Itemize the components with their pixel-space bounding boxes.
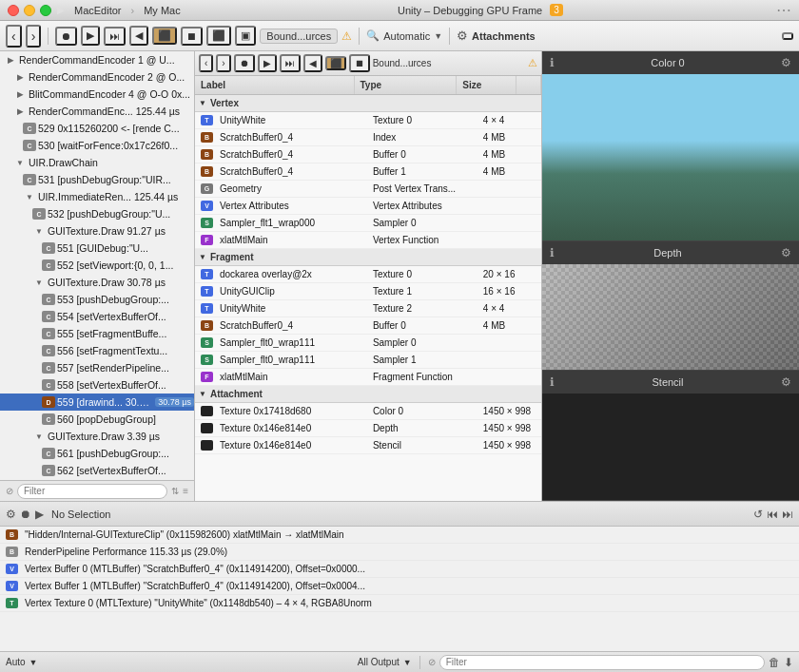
table-row-0-7[interactable]: FxlatMtlMainVertex Function [195,232,541,249]
table-row-2-0[interactable]: Texture 0x17418d680Color 01450 × 998 [195,403,541,420]
mid-play[interactable]: ▶ [258,54,277,72]
tree-item-3[interactable]: ▶RenderCommandEnc... 125.44 µs [0,103,194,120]
table-row-1-4[interactable]: SSampler_flt0_wrap111Sampler 0 [195,335,541,352]
log-item-3[interactable]: VVertex Buffer 1 (MTLBuffer) "ScratchBuf… [0,578,799,595]
log-item-2[interactable]: VVertex Buffer 0 (MTLBuffer) "ScratchBuf… [0,561,799,578]
toolbar-action2[interactable]: ▣ [235,26,256,46]
toolbar-nav-back[interactable]: ‹ [6,25,22,48]
play-icon[interactable]: ▶ [57,5,65,15]
settings-icon-stencil[interactable]: ⚙ [781,375,791,389]
bottom-trash-icon[interactable]: 🗑 [769,656,780,669]
toolbar-stop[interactable]: ⏹ [181,27,203,46]
left-filter-input[interactable] [17,484,167,499]
tree-item-18[interactable]: C557 [setRenderPipeline... [0,359,194,376]
settings-icon-depth[interactable]: ⚙ [781,246,791,259]
tree-item-15[interactable]: C554 [setVertexBufferOf... [0,308,194,325]
info-icon-depth[interactable]: ℹ [550,246,555,259]
table-row-1-6[interactable]: FxlatMtlMainFragment Function [195,369,541,386]
table-row-0-1[interactable]: BScratchBuffer0_4Index4 MB [195,129,541,146]
table-row-1-1[interactable]: TUnityGUIClipTexture 116 × 16 [195,283,541,300]
table-row-0-5[interactable]: VVertex AttributesVertex Attributes [195,198,541,215]
bottom-skip-back[interactable]: ⏮ [767,508,778,521]
tree-item-14[interactable]: C553 [pushDebugGroup:... [0,291,194,308]
mid-backward[interactable]: ◀ [303,54,322,72]
bottom-icon3[interactable]: ▶ [35,508,44,521]
bottom-icon2[interactable]: ⏺ [20,508,31,521]
tree-item-0[interactable]: ▶RenderCommandEncoder 1 @ U... [0,51,194,68]
tree-item-13[interactable]: ▼GUITexture.Draw 30.78 µs [0,274,194,291]
log-item-1[interactable]: BRenderPipeline Performance 115.33 µs (2… [0,544,799,561]
toolbar-action1[interactable]: ⬛ [206,26,231,46]
toolbar-nav-forward[interactable]: › [26,25,42,48]
table-row-1-5[interactable]: SSampler_flt0_wrap111Sampler 1 [195,352,541,369]
info-icon-stencil[interactable]: ℹ [550,375,555,389]
table-row-0-6[interactable]: SSampler_flt1_wrap000Sampler 0 [195,215,541,232]
window-menu[interactable]: ⋯ [776,1,791,19]
tree-item-10[interactable]: ▼GUITexture.Draw 91.27 µs [0,222,194,240]
tree-item-21[interactable]: C560 [popDebugGroup] [0,411,194,428]
tree-item-4[interactable]: C529 0x115260200 <- [rende C... [0,120,194,137]
mid-forward[interactable]: ⏭ [280,54,301,72]
table-row-0-4[interactable]: GGeometryPost Vertex Trans... [195,181,541,198]
row-icon-2-0 [201,406,213,416]
toolbar-play[interactable]: ▶ [81,26,100,46]
tree-label-2: BlitCommandEncoder 4 @ O-O 0x... [29,88,194,100]
tree-label-22: GUITexture.Draw 3.39 µs [48,431,194,442]
tree-item-6[interactable]: ▼UIR.DrawChain [0,154,194,171]
add-button[interactable] [782,32,793,40]
table-row-1-2[interactable]: TUnityWhiteTexture 24 × 4 [195,300,541,317]
log-item-4[interactable]: TVertex Texture 0 (MTLTexture) "UnityWhi… [0,595,799,612]
mid-nav-forward[interactable]: › [216,54,230,72]
filter-icon: ⊘ [6,486,13,496]
toolbar-step[interactable]: ⏭ [104,27,126,46]
tree-item-19[interactable]: C558 [setVertexBufferOf... [0,376,194,394]
mid-nav-back[interactable]: ‹ [199,54,213,72]
info-icon-color0[interactable]: ℹ [550,56,555,69]
table-row-0-0[interactable]: TUnityWhiteTexture 04 × 4 [195,112,541,129]
tree-item-23[interactable]: C561 [pushDebugGroup:... [0,445,194,462]
tree-item-22[interactable]: ▼GUITexture.Draw 3.39 µs [0,428,194,445]
chevron-icon: ▼ [434,31,442,41]
tree-item-12[interactable]: C552 [setViewport:{0, 0, 1... [0,257,194,274]
section-header-2[interactable]: ▼Attachment [195,386,541,403]
table-row-0-3[interactable]: BScratchBuffer0_4Buffer 14 MB [195,163,541,181]
table-row-1-0[interactable]: Tdockarea overlay@2xTexture 020 × 16 [195,266,541,283]
mid-box[interactable]: ⬛ [325,56,346,70]
tree-item-24[interactable]: C562 [setVertexBufferOf... [0,462,194,479]
toolbar-prev[interactable]: ◀ [129,26,148,46]
tree-item-11[interactable]: C551 [GUIDebug:"U... [0,240,194,257]
toolbar-next[interactable]: ⬛ [152,27,177,45]
more-icon[interactable]: ≡ [183,486,188,496]
tree-item-17[interactable]: C556 [setFragmentTextu... [0,342,194,359]
bottom-reload-icon[interactable]: ↺ [753,508,763,521]
table-row-1-3[interactable]: BScratchBuffer0_4Buffer 04 MB [195,317,541,335]
tree-item-1[interactable]: ▶RenderCommandEncoder 2 @ O... [0,68,194,86]
minimize-button[interactable] [24,5,35,16]
section-header-0[interactable]: ▼Vertex [195,95,541,112]
bottom-skip-fwd[interactable]: ⏭ [782,508,793,521]
log-item-0[interactable]: B"Hidden/Internal-GUITextureClip" (0x115… [0,527,799,544]
tree-item-9[interactable]: C532 [pushDebugGroup:"U... [0,205,194,222]
sort-icon[interactable]: ⇅ [171,486,179,496]
toolbar-capture[interactable]: ⏺ [55,27,77,46]
tree-item-5[interactable]: C530 [waitForFence:0x17c26f0... [0,137,194,154]
bottom-icon1[interactable]: ⚙ [6,508,16,521]
table-row-2-2[interactable]: Texture 0x146e814e0Stencil1450 × 998 [195,437,541,454]
close-button[interactable] [8,5,19,16]
table-row-2-1[interactable]: Texture 0x146e814e0Depth1450 × 998 [195,420,541,437]
section-header-1[interactable]: ▼Fragment [195,249,541,266]
settings-icon-color0[interactable]: ⚙ [781,56,791,69]
tree-item-7[interactable]: C531 [pushDebugGroup:"UIR... [0,171,194,188]
tree-item-8[interactable]: ▼UIR.ImmediateRen... 125.44 µs [0,188,194,205]
bottom-download-icon[interactable]: ⬇ [784,656,793,669]
stencil-label: Stencil [558,376,777,388]
fullscreen-button[interactable] [40,5,51,16]
mid-capture[interactable]: ⏺ [234,54,255,72]
tree-item-2[interactable]: ▶BlitCommandEncoder 4 @ O-O 0x... [0,86,194,103]
bottom-filter-input[interactable] [439,655,765,670]
mid-stop[interactable]: ⏹ [349,54,370,72]
table-header: Label Type Size [195,76,541,95]
tree-item-16[interactable]: C555 [setFragmentBuffe... [0,325,194,342]
tree-item-20[interactable]: D559 [drawind... 30.78 µs30.78 µs [0,394,194,411]
table-row-0-2[interactable]: BScratchBuffer0_4Buffer 04 MB [195,146,541,163]
